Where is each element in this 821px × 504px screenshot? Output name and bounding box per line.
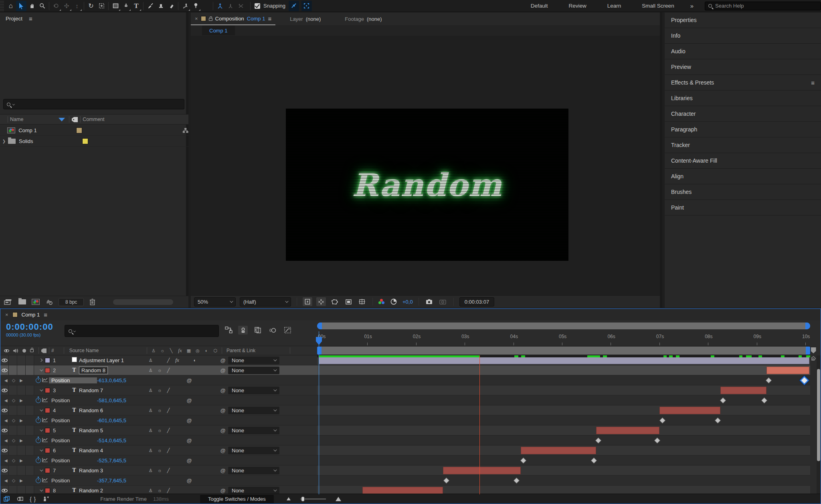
expand-caret[interactable]: [40, 428, 43, 431]
prev-keyframe-icon[interactable]: ◀: [4, 398, 8, 403]
puppet-pin-tool-icon[interactable]: [190, 1, 201, 11]
keyframe[interactable]: [762, 398, 767, 403]
trash-icon[interactable]: [89, 298, 95, 305]
lock-toggle[interactable]: [26, 466, 34, 475]
parent-link-dropdown[interactable]: None: [228, 367, 279, 374]
viewer-panel-menu-icon[interactable]: ≡: [268, 15, 271, 22]
layer-duration-bar[interactable]: [319, 357, 809, 364]
property-graph-icon[interactable]: [41, 478, 49, 484]
pickwhip-icon[interactable]: @: [177, 377, 201, 383]
region-of-interest-icon[interactable]: [344, 297, 353, 306]
keyframe[interactable]: [720, 398, 726, 403]
property-row-position[interactable]: ◀ ◇ ▶ Position -514,0,645,5 @: [0, 435, 317, 446]
property-name[interactable]: Position: [49, 458, 97, 464]
property-row-position[interactable]: ◀ ◇ ▶ Position -581,0,645,5 @: [0, 395, 317, 405]
new-folder-icon[interactable]: [18, 299, 26, 304]
close-icon[interactable]: ×: [195, 16, 198, 22]
layer-duration-bar[interactable]: [659, 407, 720, 414]
keyframe[interactable]: [514, 478, 519, 483]
new-composition-icon[interactable]: [32, 299, 40, 305]
keyframe[interactable]: [591, 458, 597, 463]
property-graph-icon[interactable]: [41, 397, 49, 403]
eraser-tool-icon[interactable]: [166, 1, 176, 11]
snap-features-icon[interactable]: [289, 1, 299, 11]
collapse-column-icon[interactable]: ☼: [158, 348, 167, 353]
project-horizontal-scrollbar[interactable]: [113, 299, 173, 305]
playhead-line[interactable]: [319, 331, 319, 494]
project-item-solids[interactable]: ❯Solids: [0, 136, 188, 147]
selection-tool-icon[interactable]: [16, 1, 26, 11]
timeline-search-input[interactable]: [65, 325, 219, 337]
property-name[interactable]: Position: [49, 417, 97, 423]
workspace-overflow-button[interactable]: »: [685, 2, 699, 9]
pickwhip-icon[interactable]: @: [177, 458, 201, 464]
collapse-switch[interactable]: ☼: [155, 468, 164, 473]
column-number[interactable]: #: [51, 348, 54, 353]
parent-link-dropdown[interactable]: None: [228, 427, 279, 434]
expand-caret[interactable]: [40, 448, 43, 451]
3d-column-icon[interactable]: ⬡: [211, 348, 220, 353]
next-keyframe-icon[interactable]: ▶: [20, 378, 23, 383]
quality-switch[interactable]: ╱: [164, 358, 173, 363]
layer-name[interactable]: Random 7: [79, 387, 146, 393]
dolly-camera-tool-icon[interactable]: ↕: [72, 1, 82, 11]
fast-previews-icon[interactable]: [303, 297, 312, 306]
interpret-footage-icon[interactable]: [4, 299, 13, 305]
layer-row-random-3[interactable]: 7 TRandom 3 ♙ ☼ ╱ @ None: [0, 466, 317, 476]
prev-keyframe-icon[interactable]: ◀: [4, 478, 8, 483]
add-keyframe-icon[interactable]: ◇: [12, 398, 15, 403]
tab-layer[interactable]: Layer (none): [286, 12, 325, 25]
layer-row-random-5[interactable]: 5 TRandom 5 ♙ ☼ ╱ @ None: [0, 425, 317, 435]
magnification-dropdown[interactable]: 50%: [194, 297, 236, 306]
layer-label-swatch[interactable]: [45, 408, 50, 413]
blend-modes-icon[interactable]: [17, 496, 23, 502]
layer-row-random-2[interactable]: 8 TRandom 2 ♙ ☼ ╱ @ None: [0, 486, 317, 494]
shy-switch[interactable]: ♙: [146, 468, 155, 473]
pen-tool-icon[interactable]: [121, 1, 131, 11]
comp-viewer-tab[interactable]: Comp 1: [202, 26, 235, 35]
expand-caret[interactable]: [40, 368, 43, 371]
parent-link-dropdown[interactable]: None: [228, 467, 279, 474]
sidebar-panel-character[interactable]: Character: [665, 106, 821, 122]
home-icon[interactable]: ⌂: [6, 1, 16, 11]
property-name[interactable]: Position: [49, 437, 97, 444]
pickwhip-icon[interactable]: @: [218, 367, 228, 373]
shy-toggle-icon[interactable]: [238, 326, 248, 335]
video-column-icon[interactable]: [4, 349, 9, 352]
audio-toggle[interactable]: [9, 466, 17, 475]
clone-stamp-tool-icon[interactable]: [156, 1, 166, 11]
audio-toggle[interactable]: [9, 405, 17, 415]
solo-toggle[interactable]: [17, 466, 26, 475]
solo-toggle[interactable]: [17, 355, 26, 365]
work-area-end-handle[interactable]: [806, 347, 810, 355]
expand-layers-icon[interactable]: [4, 496, 10, 502]
next-keyframe-icon[interactable]: ▶: [20, 478, 23, 483]
keyframe[interactable]: [660, 418, 665, 423]
zoom-out-icon[interactable]: [287, 497, 291, 500]
workspace-tab-review[interactable]: Review: [558, 3, 597, 9]
column-source-name[interactable]: Source Name: [69, 348, 99, 353]
layer-name[interactable]: Random 5: [79, 427, 146, 433]
stopwatch-icon[interactable]: [36, 398, 41, 403]
hand-tool-icon[interactable]: [26, 1, 37, 11]
sidebar-panel-info[interactable]: Info: [665, 28, 821, 44]
comp-button-icon[interactable]: [811, 356, 816, 361]
layer-duration-bar[interactable]: [443, 467, 521, 474]
mini-flowchart-icon[interactable]: [225, 327, 233, 334]
stopwatch-icon[interactable]: [36, 458, 41, 463]
pickwhip-icon[interactable]: @: [177, 478, 201, 484]
snap-beyond-edges-icon[interactable]: [301, 1, 312, 11]
layer-row-random-6[interactable]: 4 TRandom 6 ♙ ☼ ╱ @ None: [0, 405, 317, 415]
next-keyframe-icon[interactable]: ▶: [20, 438, 23, 443]
add-keyframe-icon[interactable]: ◇: [12, 458, 15, 463]
work-area-bar[interactable]: [317, 346, 810, 355]
parent-link-dropdown[interactable]: None: [228, 487, 279, 494]
frame-blend-column-icon[interactable]: ▦: [184, 348, 193, 353]
render-pipeline-icon[interactable]: [43, 496, 50, 502]
lock-toggle[interactable]: [26, 446, 34, 455]
timeline-vertical-scrollbar[interactable]: [817, 355, 821, 494]
viewer-canvas-area[interactable]: Random: [191, 36, 660, 298]
solo-toggle[interactable]: [17, 446, 26, 455]
timeline-panel-menu-icon[interactable]: ≡: [44, 311, 47, 318]
audio-toggle[interactable]: [9, 486, 17, 494]
